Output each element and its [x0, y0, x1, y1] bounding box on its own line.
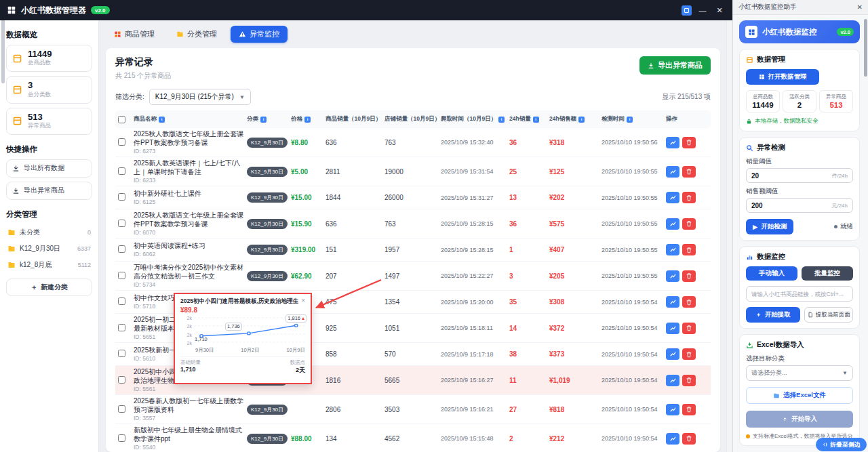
column-info-icon[interactable]: i	[578, 117, 585, 123]
start-detection-button[interactable]: ▶ 开始检测	[746, 219, 793, 234]
row-checkbox[interactable]	[118, 193, 125, 201]
sales-threshold-input[interactable]	[751, 172, 831, 180]
column-header[interactable]: 爬取时间（10月9日）i	[441, 115, 507, 123]
detect-time: 2025/10/10 19:50:54	[601, 325, 664, 331]
tab-products[interactable]: 商品管理	[106, 26, 163, 43]
delete-button[interactable]	[682, 270, 696, 282]
tab-anomaly[interactable]: 异常监控	[231, 26, 288, 43]
link-input[interactable]	[746, 286, 853, 302]
select-all-checkbox[interactable]	[118, 116, 125, 123]
view-trend-button[interactable]	[666, 218, 679, 230]
category-item[interactable]: k12_8月底 5112	[6, 257, 92, 273]
product-name[interactable]: 初中英语阅读课程+练习	[134, 242, 245, 251]
panel-scrollbar[interactable]	[864, 16, 867, 450]
export-button[interactable]: 导出所有数据	[6, 159, 92, 178]
main-scrollbar[interactable]	[726, 20, 732, 452]
tab-categories[interactable]: 分类管理	[168, 26, 225, 43]
product-name[interactable]: 2025秋人教版语文七年级上册全套课件PPT教案教学预习备课	[134, 130, 245, 147]
column-header[interactable]: 价格i	[291, 115, 323, 123]
product-name[interactable]: 万唯中考满分作文2025初中作文素材高分范文精选初一初三作文	[134, 264, 245, 281]
row-checkbox[interactable]	[118, 350, 125, 357]
export-anomaly-button[interactable]: 导出异常商品	[639, 56, 711, 75]
view-trend-button[interactable]	[666, 433, 679, 445]
column-info-icon[interactable]: i	[627, 117, 633, 123]
new-category-button[interactable]: ＋ 新建分类	[6, 279, 92, 296]
extract-page-button[interactable]: 提取当前页面	[804, 307, 853, 323]
category-item[interactable]: K12_9月30日 6337	[6, 241, 92, 257]
delete-button[interactable]	[682, 192, 696, 203]
collapse-to-side-button[interactable]: 折叠至侧边	[816, 438, 867, 451]
view-trend-button[interactable]	[666, 348, 679, 360]
page-subtitle: 共 215 个异常商品	[115, 71, 171, 81]
delete-button[interactable]	[682, 137, 696, 148]
column-header[interactable]: 分类i	[247, 115, 289, 123]
column-header[interactable]: 商品名称i	[134, 115, 245, 123]
target-category-select[interactable]: 请选择分类... ▼	[746, 365, 853, 381]
delete-button[interactable]	[682, 244, 696, 255]
row-checkbox[interactable]	[118, 167, 125, 175]
view-trend-button[interactable]	[666, 375, 679, 386]
column-info-icon[interactable]: i	[159, 117, 165, 123]
product-id: ID: 6233	[134, 177, 245, 184]
delete-button[interactable]	[682, 433, 696, 445]
column-header[interactable]: 操作i	[666, 115, 698, 123]
panel-close-icon[interactable]: ✕	[857, 3, 863, 11]
sales-24h: 27	[509, 406, 547, 413]
panel-scrollbar-thumb[interactable]	[864, 19, 867, 77]
category-item[interactable]: 未分类 0	[6, 224, 92, 241]
column-info-icon[interactable]: i	[260, 117, 267, 123]
column-info-icon[interactable]: i	[304, 117, 311, 123]
popup-close-icon[interactable]: ×	[301, 297, 305, 304]
view-trend-button[interactable]	[666, 404, 679, 415]
column-info-icon[interactable]: i	[533, 117, 539, 123]
row-checkbox[interactable]	[118, 324, 125, 331]
view-trend-button[interactable]	[666, 296, 679, 308]
column-info-icon[interactable]: i	[498, 117, 505, 123]
row-checkbox[interactable]	[118, 272, 125, 279]
delete-button[interactable]	[682, 404, 696, 415]
view-trend-button[interactable]	[666, 244, 679, 255]
row-checkbox[interactable]	[118, 434, 125, 442]
detect-time: 2025/10/10 19:50:55	[601, 194, 664, 201]
column-header[interactable]: 店铺销量（10月9日）i	[384, 115, 439, 123]
minimize-button[interactable]: —	[696, 4, 709, 16]
product-name[interactable]: 2025秋人教版语文七年级上册全套课件PPT教案教学预习备课	[134, 211, 245, 228]
delete-button[interactable]	[682, 166, 696, 178]
row-checkbox[interactable]	[118, 245, 125, 253]
revenue-threshold-input[interactable]	[751, 202, 831, 209]
tab-batch-monitor[interactable]: 批量监控	[802, 266, 853, 281]
start-extract-button[interactable]: 开始提取	[746, 307, 800, 323]
delete-button[interactable]	[682, 218, 696, 230]
row-checkbox[interactable]	[118, 138, 125, 146]
column-header[interactable]: 24h销售额i	[549, 115, 599, 123]
export-button[interactable]: 导出异常商品	[6, 182, 92, 200]
delete-button[interactable]	[682, 296, 696, 308]
tab-manual-input[interactable]: 手动输入	[746, 266, 797, 281]
view-trend-button[interactable]	[666, 137, 679, 148]
choose-excel-button[interactable]: 选择Excel文件	[746, 387, 853, 404]
product-name[interactable]: 2025新人教英语课件｜七上/七下/八上｜单课时拍下请备注	[134, 159, 245, 176]
product-name[interactable]: 初中新外研社七上课件	[134, 190, 245, 199]
row-checkbox[interactable]	[118, 376, 125, 384]
view-trend-button[interactable]	[666, 192, 679, 203]
delete-button[interactable]	[682, 375, 696, 386]
column-header[interactable]: 24h销量i	[509, 115, 547, 123]
open-data-mgmt-button[interactable]: 打开数据管理	[746, 69, 819, 85]
column-header[interactable]: 商品销量（10月9日）i	[326, 115, 382, 123]
view-trend-button[interactable]	[666, 166, 679, 178]
delete-button[interactable]	[682, 348, 696, 360]
delete-button[interactable]	[682, 323, 696, 334]
start-import-button[interactable]: 开始导入	[746, 411, 853, 428]
product-name[interactable]: 2025春新人教版初一七年级上册数学预习课版资料	[134, 397, 245, 414]
row-checkbox[interactable]	[118, 220, 125, 227]
filter-category-select[interactable]: K12_9月30日 (215个异常) ▼	[149, 89, 251, 105]
anomaly-card: 异常记录 共 215 个异常商品 导出异常商品 筛选分类: K12_9月30日 …	[106, 48, 720, 452]
product-name[interactable]: 新版初中七年级上册生物全册情境式教学课件ppt	[134, 426, 245, 443]
column-header[interactable]: 检测时间i	[601, 115, 664, 123]
close-button[interactable]: ✕	[713, 4, 726, 16]
view-trend-button[interactable]	[666, 270, 679, 282]
pin-button[interactable]	[682, 5, 692, 16]
view-trend-button[interactable]	[666, 323, 679, 334]
row-checkbox[interactable]	[118, 297, 125, 305]
row-checkbox[interactable]	[118, 405, 125, 413]
